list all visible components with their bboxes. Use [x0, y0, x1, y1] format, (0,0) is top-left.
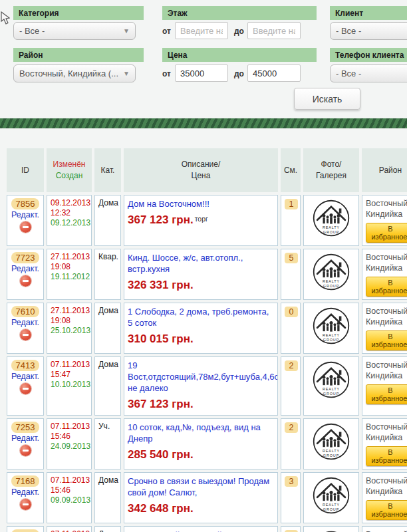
photo-cell[interactable]: REALTY GROUP: [303, 303, 359, 354]
table-row: 7856 Редакт. 09.12.2013 12:32 09.12.2013…: [7, 195, 407, 246]
modified-date: 27.11.2013: [51, 252, 88, 262]
photo-cell[interactable]: REALTY GROUP: [303, 195, 359, 246]
photo-cell[interactable]: REALTY GROUP: [303, 249, 359, 300]
delete-minus-icon[interactable]: [20, 329, 31, 340]
created-date: 09.12.2013: [51, 218, 88, 228]
listing-title-link[interactable]: 1 Слободка, 2 дома, треб.ремонта, 5 сото…: [128, 307, 269, 328]
listing-title-link[interactable]: Дом на Восточном!!!: [128, 199, 209, 209]
listing-id-badge: 7723: [11, 252, 40, 263]
views-badge: 5: [285, 253, 298, 263]
delete-minus-icon[interactable]: [20, 275, 31, 287]
category-value: Уч.: [98, 422, 110, 431]
edit-link[interactable]: Редакт.: [11, 210, 40, 219]
views-badge: 3: [285, 476, 298, 487]
modified-date: 07.11.2013: [51, 529, 88, 532]
svg-text:GROUP: GROUP: [323, 284, 339, 288]
district-select[interactable]: Восточный, Киндийка (... ▼: [13, 65, 136, 82]
views-badge: 1: [285, 199, 298, 209]
header-views: См.: [281, 148, 301, 192]
category-cell: Дома: [94, 356, 121, 416]
edit-link[interactable]: Редакт.: [11, 264, 40, 273]
favorite-button[interactable]: В избранное!: [366, 223, 407, 243]
photo-cell[interactable]: REALTY GROUP: [303, 356, 359, 416]
svg-text:REALTY: REALTY: [323, 333, 340, 337]
listings-table: ID Изменён Создан Кат. Описание/ Цена См…: [4, 146, 407, 532]
table-row: 7166 Редакт. 07.11.2013 15:46 10.09.2013…: [7, 526, 407, 532]
edit-link[interactable]: Редакт.: [11, 434, 40, 443]
listing-title-link[interactable]: Кинд. Шоссе, ж/с, авт.отопл., встр.кухня: [128, 253, 243, 274]
views-cell: 5: [281, 249, 301, 300]
dates-cell: 07.11.2013 15:47 10.10.2013: [47, 356, 92, 416]
client-phone-select[interactable]: - Все -: [330, 65, 407, 82]
client-phone-filter-label: Телефон клиента: [330, 48, 407, 62]
photo-cell[interactable]: REALTY GROUP: [303, 526, 359, 532]
price-from-input[interactable]: [175, 65, 228, 82]
table-row: 7413 Редакт. 07.11.2013 15:47 10.10.2013…: [7, 356, 407, 416]
listing-price: 326 331 грн.: [128, 276, 274, 293]
delete-minus-icon[interactable]: [20, 383, 31, 394]
listing-price: 342 648 грн.: [128, 499, 274, 517]
id-cell: 7856 Редакт.: [7, 195, 44, 246]
category-value: Квар.: [98, 252, 118, 261]
category-filter-label: Категория: [13, 6, 144, 20]
district-cell: Восточный, Киндийка В избранное!: [362, 249, 407, 300]
created-date: 09.09.2013: [51, 495, 88, 505]
listing-id-badge: 7253: [11, 422, 40, 433]
favorite-button[interactable]: В избранное!: [366, 331, 407, 350]
listing-price: 367 123 грн.торг: [128, 211, 274, 228]
floor-from-input[interactable]: [175, 22, 228, 39]
district-name: Восточный, Киндийка: [366, 198, 407, 219]
chevron-down-icon: ▼: [123, 70, 130, 77]
id-cell: 7166 Редакт.: [7, 526, 44, 532]
dates-cell: 09.12.2013 12:32 09.12.2013: [47, 195, 92, 246]
category-cell: Дома: [94, 195, 121, 246]
category-cell: Дома: [94, 472, 121, 523]
svg-text:GROUP: GROUP: [323, 338, 339, 342]
description-cell: 1 Слободка, 2 дома, треб.ремонта, 5 сото…: [124, 303, 278, 354]
listing-title-link[interactable]: 19 Вост,отдстоящий,78м2,бут+шуба,4,6сот …: [128, 360, 278, 393]
edit-link[interactable]: Редакт.: [11, 318, 40, 327]
edit-link[interactable]: Редакт.: [11, 487, 40, 497]
district-name: Восточный, Киндийка: [366, 475, 407, 497]
delete-minus-icon[interactable]: [20, 221, 31, 233]
listing-title-link[interactable]: 10 соток, кад,№, подъезд, вид на Днепр: [128, 422, 261, 444]
created-date: 25.10.2013: [51, 326, 88, 336]
edit-link[interactable]: Редакт.: [11, 372, 40, 381]
favorite-button[interactable]: В избранное!: [366, 384, 407, 404]
price-to-label: до: [234, 69, 244, 78]
category-value: Дома: [98, 306, 118, 315]
chevron-down-icon: ▼: [123, 27, 130, 35]
header-modified-created: Изменён Создан: [47, 148, 92, 192]
id-cell: 7413 Редакт.: [7, 356, 44, 416]
created-date: 19.11.2012: [51, 272, 88, 282]
svg-text:REALTY: REALTY: [323, 503, 340, 507]
photo-cell[interactable]: REALTY GROUP: [303, 472, 359, 523]
floor-to-input[interactable]: [247, 22, 301, 39]
modified-time: 15:46: [51, 432, 88, 442]
dates-cell: 27.11.2013 19:08 19.11.2012: [47, 249, 92, 300]
header-category: Кат.: [94, 148, 121, 192]
category-cell: Дома: [94, 303, 121, 354]
category-cell: Дома: [94, 526, 121, 532]
favorite-button[interactable]: В избранное!: [366, 446, 407, 466]
price-to-input[interactable]: [247, 65, 301, 82]
search-button[interactable]: Искать: [294, 88, 360, 110]
favorite-button[interactable]: В избранное!: [366, 500, 407, 520]
category-select[interactable]: - Все - ▼: [13, 22, 136, 40]
table-row: 7168 Редакт. 07.11.2013 15:46 09.09.2013…: [7, 472, 407, 523]
modified-time: 15:47: [51, 370, 88, 380]
svg-text:REALTY: REALTY: [323, 279, 340, 283]
district-name: Восточный, Киндийка: [366, 252, 407, 273]
realty-group-logo: REALTY GROUP: [312, 422, 350, 461]
listing-title-link[interactable]: Срочно в связи с выездом! Продам свой до…: [128, 476, 269, 497]
delete-minus-icon[interactable]: [20, 499, 31, 510]
district-cell: Восточный, Киндийка В избранное!: [362, 195, 407, 246]
views-badge: 2: [285, 360, 298, 371]
header-district: Район: [362, 148, 407, 192]
district-name: Восточный, Киндийка: [366, 422, 407, 443]
favorite-button[interactable]: В избранное!: [366, 277, 407, 297]
created-date: 10.10.2013: [51, 380, 88, 390]
client-select[interactable]: - Все -: [330, 22, 407, 40]
delete-minus-icon[interactable]: [20, 445, 31, 456]
photo-cell[interactable]: REALTY GROUP: [303, 418, 359, 469]
